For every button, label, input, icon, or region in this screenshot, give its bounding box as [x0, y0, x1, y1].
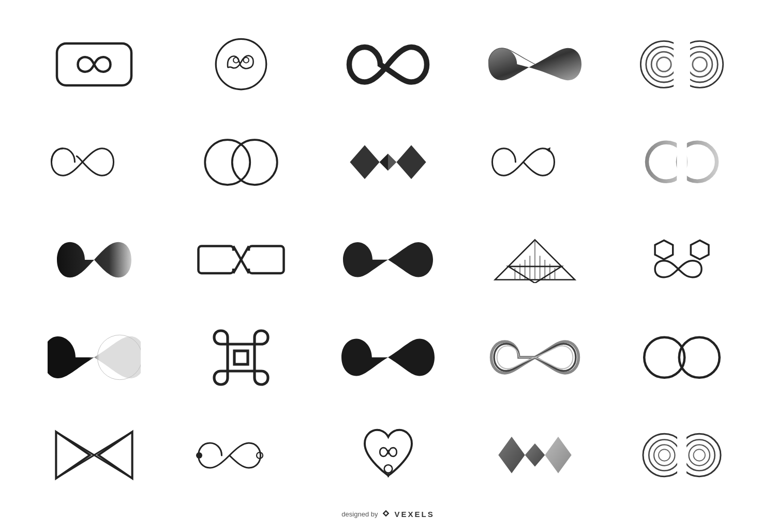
svg-point-1 — [216, 39, 266, 90]
svg-rect-22 — [677, 143, 687, 182]
svg-rect-64 — [677, 434, 687, 477]
icon-cell-17 — [168, 308, 315, 406]
icon-cell-9 — [461, 113, 608, 211]
icon-cell-7 — [168, 113, 315, 211]
svg-point-7 — [657, 57, 671, 72]
icon-cell-15 — [608, 211, 755, 309]
svg-marker-40 — [691, 240, 709, 259]
icon-cell-23 — [315, 406, 461, 504]
icon-cell-20 — [608, 308, 755, 406]
icon-cell-18 — [315, 308, 461, 406]
icon-cell-3 — [315, 16, 461, 113]
main-canvas: designed by VEXELS — [0, 0, 776, 532]
icon-cell-13 — [315, 211, 461, 309]
svg-point-63 — [694, 449, 706, 461]
icon-cell-21 — [21, 406, 168, 504]
svg-marker-53 — [498, 437, 525, 474]
svg-point-62 — [689, 445, 710, 466]
svg-marker-46 — [98, 432, 132, 479]
icon-cell-14 — [461, 211, 608, 309]
svg-rect-23 — [199, 246, 234, 274]
icon-cell-11 — [21, 211, 168, 309]
svg-point-3 — [244, 57, 249, 63]
icon-cell-8 — [315, 113, 461, 211]
icon-cell-12 — [168, 211, 315, 309]
svg-point-59 — [659, 449, 670, 461]
svg-point-11 — [693, 57, 707, 72]
icon-cell-16 — [21, 308, 168, 406]
vexels-logo-diamond — [382, 509, 390, 519]
svg-point-58 — [654, 445, 675, 466]
svg-rect-42 — [234, 351, 248, 364]
svg-marker-39 — [655, 240, 673, 259]
svg-rect-12 — [674, 41, 690, 87]
svg-point-49 — [196, 452, 202, 459]
icon-cell-10 — [608, 113, 755, 211]
icon-cell-25 — [608, 406, 755, 504]
icon-cell-5 — [608, 16, 755, 113]
svg-point-13 — [205, 140, 250, 185]
svg-marker-15 — [350, 145, 379, 179]
svg-point-6 — [651, 52, 676, 77]
icon-cell-4 — [461, 16, 608, 113]
icon-cell-1 — [21, 16, 168, 113]
svg-marker-45 — [56, 432, 89, 479]
svg-marker-18 — [380, 154, 388, 171]
svg-marker-54 — [545, 437, 571, 474]
svg-marker-16 — [396, 145, 426, 179]
icon-cell-19 — [461, 308, 608, 406]
icon-cell-24 — [461, 406, 608, 504]
icon-cell-2 — [168, 16, 315, 113]
footer: designed by VEXELS — [341, 504, 434, 522]
brand-name: VEXELS — [394, 510, 434, 519]
svg-marker-55 — [525, 444, 545, 467]
svg-point-51 — [384, 465, 392, 473]
svg-point-14 — [232, 140, 277, 185]
designed-by-text: designed by — [341, 510, 378, 518]
svg-point-10 — [687, 52, 712, 77]
icon-cell-6 — [21, 113, 168, 211]
icon-grid — [21, 16, 755, 504]
svg-rect-24 — [249, 246, 284, 274]
svg-marker-19 — [546, 147, 550, 153]
icon-cell-22 — [168, 406, 315, 504]
